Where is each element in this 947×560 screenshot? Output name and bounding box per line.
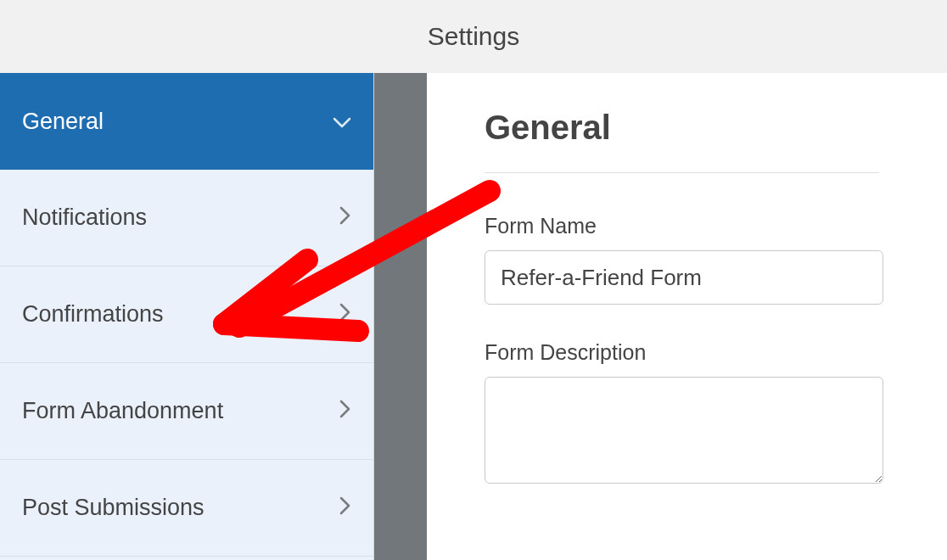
panel-gutter — [374, 73, 427, 560]
chevron-right-icon — [339, 204, 351, 231]
sidebar-item-form-abandonment[interactable]: Form Abandonment — [0, 363, 373, 460]
sidebar-item-general[interactable]: General — [0, 73, 373, 170]
sidebar-item-label: Form Abandonment — [22, 398, 223, 424]
form-name-input[interactable] — [485, 250, 883, 305]
form-name-label: Form Name — [485, 214, 896, 238]
form-description-field: Form Description — [485, 340, 896, 487]
chevron-down-icon — [333, 109, 351, 135]
chevron-right-icon — [339, 398, 351, 424]
sidebar-item-label: General — [22, 109, 104, 135]
settings-title: Settings — [428, 22, 519, 51]
sidebar-item-confirmations[interactable]: Confirmations — [0, 266, 373, 363]
settings-body: General Notifications Confirmations Form… — [0, 73, 947, 560]
chevron-right-icon — [339, 495, 351, 521]
form-description-input[interactable] — [485, 377, 883, 484]
sidebar-item-notifications[interactable]: Notifications — [0, 170, 373, 266]
form-description-label: Form Description — [485, 340, 896, 365]
sidebar-item-post-submissions[interactable]: Post Submissions — [0, 460, 373, 557]
settings-header: Settings — [0, 0, 947, 73]
sidebar-item-label: Notifications — [22, 204, 147, 231]
settings-sidebar: General Notifications Confirmations Form… — [0, 73, 374, 560]
panel-heading: General — [485, 109, 879, 173]
general-panel: General Form Name Form Description — [427, 73, 947, 560]
settings-screen: Settings General Notifications Confirmat… — [0, 0, 947, 560]
form-name-field: Form Name — [485, 214, 896, 305]
sidebar-item-label: Confirmations — [22, 301, 164, 328]
chevron-right-icon — [339, 301, 351, 328]
sidebar-item-label: Post Submissions — [22, 495, 205, 521]
